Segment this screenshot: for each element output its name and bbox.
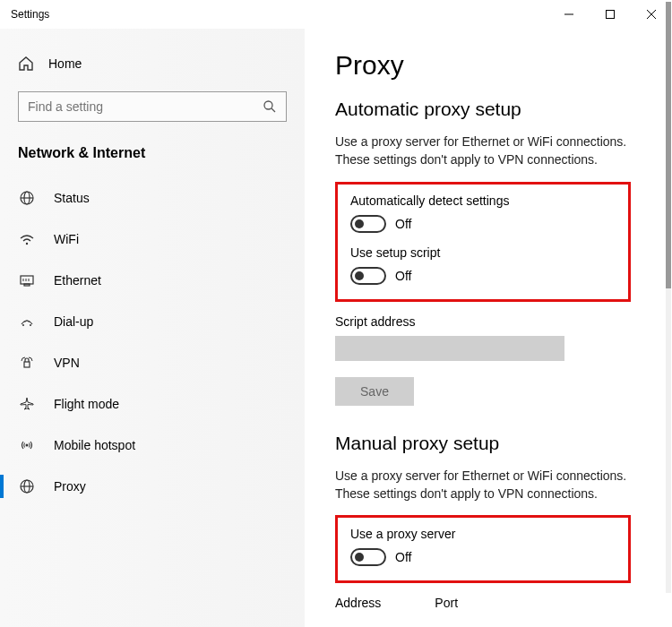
window-title: Settings	[11, 8, 548, 21]
sidebar-item-label: Status	[54, 191, 90, 205]
auto-proxy-heading: Automatic proxy setup	[335, 99, 636, 120]
svg-rect-1	[607, 11, 615, 19]
detect-settings-toggle[interactable]	[350, 215, 386, 233]
sidebar-item-dialup[interactable]: Dial-up	[0, 301, 305, 342]
use-proxy-state: Off	[395, 550, 411, 564]
svg-rect-20	[24, 362, 30, 367]
sidebar: Home Network & Internet Status WiFi Ethe…	[0, 29, 305, 627]
highlight-box-auto: Automatically detect settings Off Use se…	[335, 182, 631, 302]
hotspot-icon	[18, 437, 36, 453]
home-icon	[18, 56, 34, 72]
proxy-icon	[18, 478, 36, 494]
sidebar-item-label: Ethernet	[54, 273, 101, 288]
sidebar-section-title: Network & Internet	[0, 140, 305, 177]
script-address-label: Script address	[335, 314, 636, 329]
manual-proxy-desc: Use a proxy server for Ethernet or WiFi …	[335, 467, 636, 503]
sidebar-item-vpn[interactable]: VPN	[0, 342, 305, 383]
script-address-input[interactable]	[335, 336, 564, 361]
sidebar-item-status[interactable]: Status	[0, 177, 305, 219]
manual-proxy-heading: Manual proxy setup	[335, 433, 636, 454]
status-icon	[18, 190, 36, 206]
maximize-button[interactable]	[590, 0, 631, 29]
wifi-icon	[18, 231, 36, 247]
sidebar-item-label: Mobile hotspot	[54, 438, 135, 452]
page-title: Proxy	[335, 50, 636, 81]
svg-point-19	[28, 321, 29, 322]
highlight-box-manual: Use a proxy server Off	[335, 515, 631, 583]
sidebar-item-label: WiFi	[54, 232, 79, 246]
setup-script-label: Use setup script	[350, 245, 616, 260]
scrollbar-thumb[interactable]	[666, 2, 671, 288]
svg-rect-11	[24, 284, 30, 286]
sidebar-home-label: Home	[48, 56, 82, 71]
sidebar-item-flightmode[interactable]: Flight mode	[0, 383, 305, 425]
svg-line-5	[271, 108, 275, 112]
svg-rect-10	[21, 276, 33, 284]
sidebar-item-ethernet[interactable]: Ethernet	[0, 260, 305, 301]
content-area: Proxy Automatic proxy setup Use a proxy …	[305, 29, 672, 627]
port-label: Port	[435, 596, 458, 610]
svg-point-21	[26, 444, 29, 447]
svg-point-18	[24, 321, 25, 322]
sidebar-item-proxy[interactable]: Proxy	[0, 466, 305, 507]
search-icon	[263, 99, 277, 114]
svg-point-15	[22, 324, 24, 326]
setup-script-toggle[interactable]	[350, 267, 386, 285]
vpn-icon	[18, 355, 36, 371]
sidebar-home[interactable]: Home	[0, 47, 305, 81]
sidebar-item-label: VPN	[54, 356, 80, 370]
use-proxy-toggle[interactable]	[350, 548, 386, 566]
auto-proxy-desc: Use a proxy server for Ethernet or WiFi …	[335, 133, 636, 169]
setup-script-state: Off	[395, 269, 411, 283]
detect-settings-label: Automatically detect settings	[350, 193, 616, 208]
sidebar-item-label: Proxy	[54, 479, 86, 494]
save-button[interactable]: Save	[335, 377, 414, 406]
svg-point-16	[30, 324, 31, 326]
sidebar-item-label: Dial-up	[54, 314, 93, 329]
window-controls	[548, 0, 672, 29]
minimize-button[interactable]	[548, 0, 590, 29]
ethernet-icon	[18, 272, 36, 288]
svg-point-9	[26, 243, 28, 245]
sidebar-item-wifi[interactable]: WiFi	[0, 219, 305, 260]
svg-point-4	[264, 101, 272, 109]
sidebar-item-hotspot[interactable]: Mobile hotspot	[0, 425, 305, 466]
airplane-icon	[18, 396, 36, 412]
dialup-icon	[18, 314, 36, 330]
detect-settings-state: Off	[395, 217, 411, 231]
search-input[interactable]	[28, 99, 263, 114]
sidebar-item-label: Flight mode	[54, 397, 119, 411]
titlebar: Settings	[0, 0, 672, 29]
use-proxy-label: Use a proxy server	[350, 527, 616, 541]
address-label: Address	[335, 596, 381, 610]
search-box[interactable]	[18, 91, 287, 122]
svg-point-17	[26, 320, 27, 321]
